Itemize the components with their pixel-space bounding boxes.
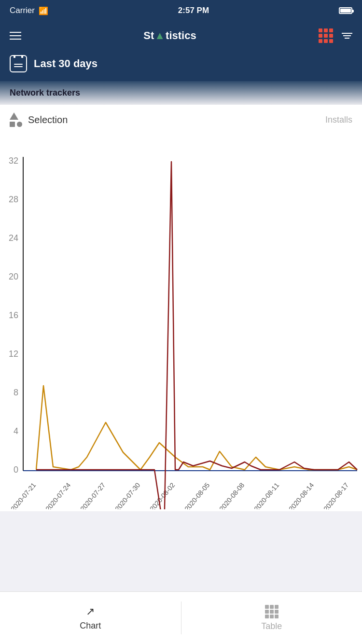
chart-tab-icon: ↗ — [86, 605, 95, 618]
selection-row: Selection Installs — [0, 105, 362, 133]
table-tab-label: Table — [261, 621, 282, 631]
line-chart: 0 4 8 12 16 20 24 28 32 2020-07-21 2020-… — [0, 133, 362, 511]
hamburger-menu-icon[interactable] — [10, 29, 21, 42]
svg-text:0: 0 — [14, 465, 18, 475]
carrier-label: Carrier — [10, 6, 35, 15]
svg-rect-0 — [0, 133, 362, 509]
tab-chart[interactable]: ↗ Chart — [0, 592, 181, 644]
bottom-tabs: ↗ Chart Table — [0, 591, 362, 644]
svg-text:8: 8 — [14, 388, 18, 397]
battery-icon — [339, 7, 352, 14]
svg-text:32: 32 — [9, 156, 18, 166]
shape-icons — [10, 112, 22, 127]
header: St▲tistics — [0, 21, 362, 50]
network-trackers-banner: Network trackers — [0, 81, 362, 105]
filter-icon[interactable] — [342, 33, 352, 39]
status-bar: Carrier 📶 2:57 PM — [0, 0, 362, 21]
svg-text:16: 16 — [9, 310, 18, 320]
time-label: 2:57 PM — [178, 6, 209, 15]
svg-text:24: 24 — [9, 233, 18, 243]
network-trackers-label: Network trackers — [10, 88, 80, 98]
title-part1: St — [143, 29, 154, 42]
svg-text:28: 28 — [9, 195, 18, 204]
installs-label: Installs — [325, 115, 352, 125]
wifi-icon: 📶 — [39, 6, 48, 15]
square-icon — [10, 122, 15, 127]
app-title: St▲tistics — [143, 29, 196, 42]
grid-view-icon[interactable] — [319, 28, 333, 43]
selection-label: Selection — [28, 114, 68, 126]
svg-text:20: 20 — [9, 272, 18, 281]
date-label: Last 30 days — [34, 57, 97, 70]
calendar-icon — [10, 55, 27, 72]
title-leaf-icon: ▲ — [154, 29, 165, 42]
table-tab-icon — [265, 605, 278, 618]
svg-text:4: 4 — [14, 426, 18, 436]
date-row[interactable]: Last 30 days — [0, 50, 362, 81]
chart-container: Selection Installs 0 4 8 12 16 20 24 28 … — [0, 105, 362, 511]
triangle-icon — [10, 112, 18, 120]
chart-tab-label: Chart — [80, 621, 101, 631]
circle-icon — [17, 122, 22, 127]
svg-text:12: 12 — [9, 349, 18, 359]
title-part2: tistics — [166, 29, 196, 42]
tab-table[interactable]: Table — [181, 592, 362, 644]
